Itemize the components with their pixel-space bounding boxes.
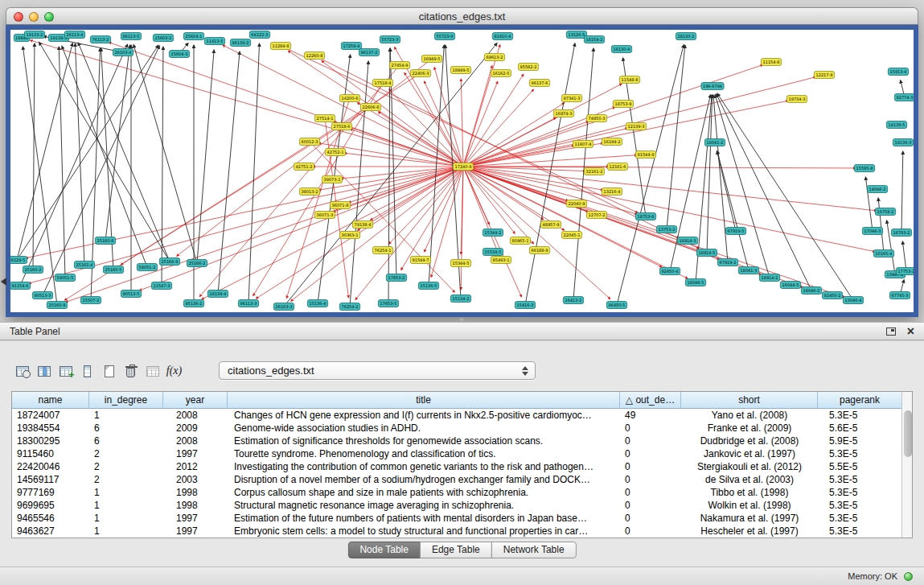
node[interactable]: 96113-3	[238, 300, 258, 307]
node[interactable]: 42752-1	[325, 149, 345, 156]
edge[interactable]	[901, 151, 903, 233]
node[interactable]: 15136-5	[418, 282, 438, 290]
node[interactable]: 13126-5	[566, 31, 586, 39]
edge[interactable]	[139, 167, 463, 290]
node[interactable]: 18753-9	[613, 101, 633, 108]
node[interactable]: 17653-5	[378, 300, 398, 307]
select-columns-button[interactable]	[33, 360, 55, 382]
node[interactable]: 15534-5	[483, 249, 503, 256]
edge[interactable]	[463, 84, 622, 167]
node[interactable]: 17518-4	[372, 80, 392, 87]
edge[interactable]	[355, 167, 463, 299]
edge[interactable]	[463, 81, 498, 167]
edge[interactable]	[717, 151, 736, 231]
edge[interactable]	[133, 45, 197, 263]
edge[interactable]	[463, 167, 498, 252]
node[interactable]: 17653-2	[386, 274, 406, 282]
edge[interactable]	[865, 177, 873, 231]
column-header-title[interactable]: title	[228, 392, 620, 409]
new-file-button[interactable]	[98, 360, 120, 382]
node[interactable]: 95136-2	[183, 300, 203, 307]
node[interactable]: 11413-5	[204, 38, 224, 45]
node[interactable]: 19136-3	[893, 139, 913, 146]
column-header-pagerank[interactable]: pagerank	[818, 392, 901, 409]
node[interactable]: 25604-1	[183, 33, 203, 40]
column-header-in_degree[interactable]: in_degree	[89, 392, 163, 409]
node[interactable]: 26129-5	[10, 257, 27, 264]
node[interactable]: 27454-9	[389, 62, 409, 69]
table-edit-button[interactable]	[55, 360, 76, 382]
node[interactable]: 18154-2	[584, 36, 604, 43]
float-panel-icon[interactable]	[886, 328, 896, 336]
node[interactable]: 12217-9	[814, 72, 834, 79]
table-row[interactable]: 946362711997Embryonic stem cells: a mode…	[12, 525, 901, 538]
edge[interactable]	[463, 167, 856, 168]
edge[interactable]	[109, 43, 463, 167]
node[interactable]: 76254-2	[339, 303, 359, 311]
collapse-arrow-icon[interactable]	[1, 278, 6, 286]
table-scrollbar[interactable]	[901, 392, 912, 538]
edge[interactable]	[350, 129, 463, 167]
node[interactable]: 91544-7	[410, 257, 430, 264]
node[interactable]: 66188-9	[529, 247, 549, 254]
node[interactable]: 16758-2	[875, 208, 895, 216]
node[interactable]: 92774-3	[894, 94, 914, 101]
edge[interactable]	[463, 74, 524, 167]
table-row[interactable]: 969969511998Structural magnetic resonanc…	[12, 499, 901, 512]
node[interactable]: 16162-5	[491, 70, 511, 77]
edge[interactable]	[463, 89, 534, 167]
edge[interactable]	[667, 45, 685, 229]
window-titlebar[interactable]: citations_edges.txt	[6, 7, 918, 25]
function-button[interactable]: f(x)	[163, 360, 185, 382]
node[interactable]: 16949-5	[421, 56, 441, 63]
table-row[interactable]: 911546021997Tourette syndrome. Phenomeno…	[12, 447, 901, 460]
edge[interactable]	[202, 167, 463, 299]
tab-network-table[interactable]: Network Table	[491, 542, 577, 558]
node[interactable]: 18849-5	[450, 67, 470, 74]
network-table-select[interactable]: citations_edges.txt	[219, 361, 536, 380]
edge[interactable]	[461, 79, 463, 167]
node[interactable]: 67919-2	[717, 259, 737, 266]
edge[interactable]	[197, 50, 214, 263]
node[interactable]: 15134-2	[450, 295, 470, 303]
table-import-button[interactable]	[142, 360, 163, 382]
node[interactable]: 15136-4	[307, 300, 327, 307]
node[interactable]: 96137-6	[529, 80, 549, 87]
node[interactable]: 15595-8	[854, 165, 874, 172]
edge[interactable]	[887, 220, 895, 274]
node[interactable]: 11548-8	[619, 76, 639, 84]
network-graph[interactable]: 17240-912161-616194-274850-397341-396137…	[10, 30, 914, 312]
edge[interactable]	[715, 95, 770, 278]
node[interactable]: 85493-1	[491, 257, 511, 264]
edge[interactable]	[218, 51, 240, 294]
node[interactable]: 59051-5	[55, 274, 75, 282]
node[interactable]: 11607-4	[573, 141, 593, 148]
node[interactable]: 55723-3	[380, 36, 400, 43]
node[interactable]: 91544-9	[635, 151, 655, 159]
node[interactable]: 36071-8	[330, 202, 350, 209]
node[interactable]: 67745-3	[889, 292, 910, 299]
table-row[interactable]: 1456911722003Disruption of a novel membe…	[12, 473, 901, 486]
node[interactable]: 16044-5	[780, 282, 800, 289]
table-row[interactable]: 1872400712008Changes of HCN gene express…	[12, 409, 901, 422]
node[interactable]: 14200-6	[339, 95, 359, 102]
node[interactable]: 18041-2	[704, 139, 725, 146]
node[interactable]: 11154-8	[761, 59, 781, 66]
node[interactable]: 67919-5	[725, 228, 745, 235]
edge[interactable]	[20, 44, 128, 286]
node[interactable]: 25161-4	[74, 262, 94, 269]
node[interactable]: 27514-1	[314, 115, 335, 122]
edge[interactable]	[291, 167, 463, 301]
edge[interactable]	[31, 40, 463, 167]
table-row[interactable]: 1830029562008Estimation of significance …	[12, 435, 901, 447]
edge[interactable]	[248, 43, 260, 303]
node[interactable]: 15344-2	[483, 229, 503, 237]
node[interactable]: 14139-5	[886, 122, 906, 129]
node[interactable]: 86113-5	[121, 33, 141, 40]
column-header-year[interactable]: year	[163, 392, 228, 409]
node[interactable]: 30363-1	[339, 232, 359, 239]
column-header-out_degree[interactable]: △ out_de…	[620, 392, 681, 409]
table-row[interactable]: 977716911998Corpus callosum shape and si…	[12, 486, 901, 499]
node[interactable]: 12707-2	[586, 212, 606, 219]
network-canvas[interactable]: 17240-912161-616194-274850-397341-396137…	[6, 25, 918, 317]
